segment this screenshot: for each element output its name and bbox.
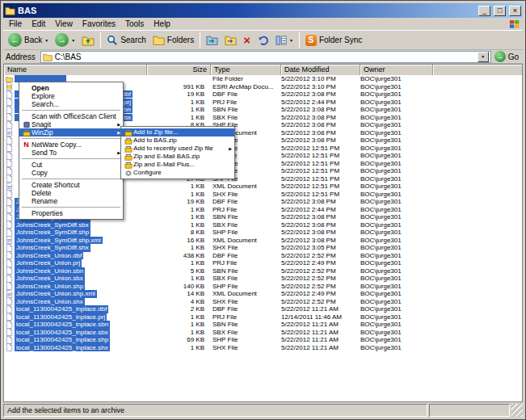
file-owner: BOC\jurge301	[360, 129, 433, 137]
file-name-cell[interactable]: JohnsCreek_SymDiff.sbx	[4, 220, 147, 229]
file-row[interactable]: JohnsCreek_Union.shp140 KBSHP File5/22/2…	[4, 283, 522, 291]
file-name-cell[interactable]: JohnsCreek_Union.sbx	[4, 275, 147, 283]
file-name: JohnsCreek_Union.sbx	[15, 275, 85, 283]
winzip-submenu-item-add-to-zip-file[interactable]: Add to Zip file...	[121, 128, 234, 136]
file-name-cell[interactable]: local_11300042425_inplace.prj	[4, 313, 147, 321]
maximize-button[interactable]: □	[494, 6, 506, 16]
file-row[interactable]: local_11300042425_inplace.shp69 KBSHP Fi…	[4, 336, 522, 344]
winzip-submenu-item-zip-and-e-mail-plus[interactable]: Zip and E-Mail Plus...	[121, 161, 234, 169]
context-menu-item-properties[interactable]: Properties	[19, 209, 123, 217]
file-row[interactable]: JohnsCreek_SymDiff.shp8 KBSHP File5/22/2…	[4, 229, 522, 237]
file-row[interactable]: JohnsCreek_Union.sbn5 KBSBN File5/22/201…	[4, 267, 522, 275]
forward-button[interactable]: → ▼	[53, 32, 78, 48]
folder-sync-button[interactable]: S Folder Sync	[303, 34, 364, 47]
column-header-owner[interactable]: Owner	[360, 65, 433, 75]
file-owner: BOC\jurge301	[360, 121, 433, 129]
search-button[interactable]: Search	[104, 34, 149, 47]
address-dropdown-button[interactable]: ▼	[478, 52, 489, 62]
file-row[interactable]: local_11300042425_inplace.shx1 KBSHX Fil…	[4, 344, 522, 352]
go-button[interactable]: → Go	[494, 51, 520, 62]
file-name-cell[interactable]: local_11300042425_inplace.shp	[4, 336, 147, 344]
context-menu-item-search[interactable]: Search...	[19, 100, 123, 108]
column-header-size[interactable]: Size	[147, 65, 211, 75]
file-row[interactable]: JohnsCreek_SymDiff.shx1 KBSHX File5/22/2…	[4, 244, 522, 252]
context-menu-item-rename[interactable]: Rename	[19, 197, 123, 205]
file-owner: BOC\jurge301	[360, 191, 433, 199]
context-menu-item-winzip[interactable]: WinZip▶	[19, 128, 123, 136]
folders-button[interactable]: Folders	[150, 34, 196, 46]
menu-tools[interactable]: Tools	[120, 18, 149, 30]
context-menu-item-explore[interactable]: Explore	[19, 92, 123, 100]
file-owner: BOC\jurge301	[360, 136, 433, 145]
back-dropdown-icon[interactable]: ▼	[44, 38, 48, 43]
file-type: SHP File	[211, 336, 281, 344]
column-header-type[interactable]: Type	[211, 65, 281, 75]
snagit-icon	[21, 120, 32, 128]
file-row[interactable]: JohnsCreek_Union.dbf438 KBDBF File5/22/2…	[4, 252, 522, 260]
views-dropdown-icon[interactable]: ▼	[289, 38, 293, 43]
close-button[interactable]: ×	[509, 6, 521, 16]
context-menu-item-create-shortcut[interactable]: Create Shortcut	[19, 181, 123, 189]
winzip-submenu-item-add-to-recently-used-zip-file[interactable]: Add to recently used Zip file▶	[121, 145, 234, 153]
file-name-cell[interactable]: JohnsCreek_SymDiff.shp.xml	[4, 236, 147, 244]
move-to-button[interactable]	[204, 34, 221, 46]
file-row[interactable]: local_11300042425_inplace.prj1 KBPRJ Fil…	[4, 313, 522, 321]
file-name-cell[interactable]: local_11300042425_inplace.dbf	[4, 305, 147, 313]
title-bar[interactable]: BAS _ □ ×	[3, 3, 523, 18]
context-menu-item-netware-copy[interactable]: NNetWare Copy...	[19, 141, 123, 149]
menu-help[interactable]: Help	[149, 18, 175, 30]
file-name-cell[interactable]: local_11300042425_inplace.sbx	[4, 328, 147, 336]
file-row[interactable]: JohnsCreek_Union.sbx1 KBSBX File5/22/201…	[4, 275, 522, 283]
file-row[interactable]: local_11300042425_inplace.dbf2 KBDBF Fil…	[4, 305, 522, 313]
file-name-cell[interactable]: JohnsCreek_SymDiff.shx	[4, 244, 147, 252]
menu-file[interactable]: File	[4, 18, 27, 30]
winzip-icon	[123, 153, 133, 161]
delete-button[interactable]: ×	[241, 33, 253, 47]
minimize-button[interactable]: _	[478, 6, 490, 16]
menu-edit[interactable]: Edit	[27, 18, 50, 30]
up-button[interactable]	[79, 34, 97, 47]
winzip-submenu-item-configure[interactable]: Configure	[121, 169, 234, 177]
views-button[interactable]: ▼	[273, 34, 296, 47]
forward-dropdown-icon[interactable]: ▼	[71, 38, 75, 43]
winzip-submenu-item-add-to-bas-zip[interactable]: Add to BAS.zip	[121, 136, 234, 145]
file-row[interactable]: JohnsCreek_SymDiff.shp.xml16 KBXML Docum…	[4, 237, 522, 245]
winzip-submenu-item-zip-and-e-mail-bas-zip[interactable]: Zip and E-Mail BAS.zip	[121, 153, 234, 161]
file-row[interactable]: JohnsCreek_SymDiff.sbx1 KBSBX File5/22/2…	[4, 221, 522, 229]
file-row[interactable]: local_11300042425_inplace.sbx1 KBSBX Fil…	[4, 329, 522, 337]
context-menu-item-send-to[interactable]: Send To▶	[19, 149, 123, 157]
file-name-cell[interactable]: JohnsCreek_Union.shx	[4, 297, 147, 305]
file-name-cell[interactable]: local_11300042425_inplace.sbn	[4, 321, 147, 329]
copy-to-button[interactable]	[222, 34, 239, 46]
context-menu-item-snagit[interactable]: Snagit▶	[19, 120, 123, 128]
column-header-date-modified[interactable]: Date Modified	[281, 65, 360, 75]
context-menu-item-delete[interactable]: Delete	[19, 189, 123, 197]
file-name-cell[interactable]: local_11300042425_inplace.shx	[4, 343, 147, 351]
context-menu-item-scan-with-officescan-client[interactable]: Scan with OfficeScan Client	[19, 112, 123, 120]
file-name-cell[interactable]: JohnsCreek_Union.prj	[4, 259, 147, 267]
file-name-cell[interactable]: JohnsCreek_SymDiff.shp	[4, 229, 147, 237]
file-row[interactable]: JohnsCreek_Union.prj1 KBPRJ File5/22/201…	[4, 259, 522, 267]
file-owner: BOC\jurge301	[360, 221, 433, 229]
resize-grip[interactable]	[511, 404, 523, 417]
file-row[interactable]: JohnsCreek_Union.shp.xml14 KBXML Documen…	[4, 290, 522, 298]
file-name-cell[interactable]: JohnsCreek_Union.sbn	[4, 267, 147, 275]
file-row[interactable]: local_11300042425_inplace.sbn1 KBSBN Fil…	[4, 321, 522, 329]
file-owner: BOC\jurge301	[360, 336, 433, 344]
menu-favorites[interactable]: Favorites	[78, 18, 120, 30]
context-menu-item-open[interactable]: Open	[19, 84, 123, 92]
context-menu-item-copy[interactable]: Copy	[19, 169, 123, 177]
context-menu-item-cut[interactable]: Cut	[19, 161, 123, 169]
file-name-cell[interactable]: JohnsCreek_Union.shp.xml	[4, 290, 147, 298]
file-owner: BOC\jurge301	[360, 152, 433, 160]
column-header-name[interactable]: Name	[4, 65, 147, 75]
address-input[interactable]: C:\BAS ▼	[40, 51, 491, 63]
back-button[interactable]: ← Back ▼	[6, 32, 51, 48]
undo-button[interactable]	[255, 33, 271, 47]
file-name-cell[interactable]: JohnsCreek_Union.shp	[4, 282, 147, 290]
file-row[interactable]: JohnsCreek_Union.shx4 KBSHX File5/22/201…	[4, 298, 522, 306]
window-folder-icon	[5, 6, 15, 15]
file-name-cell[interactable]: JohnsCreek_Union.dbf	[4, 251, 147, 259]
file-name: JohnsCreek_Union.sbn	[15, 267, 85, 275]
menu-view[interactable]: View	[50, 18, 78, 30]
